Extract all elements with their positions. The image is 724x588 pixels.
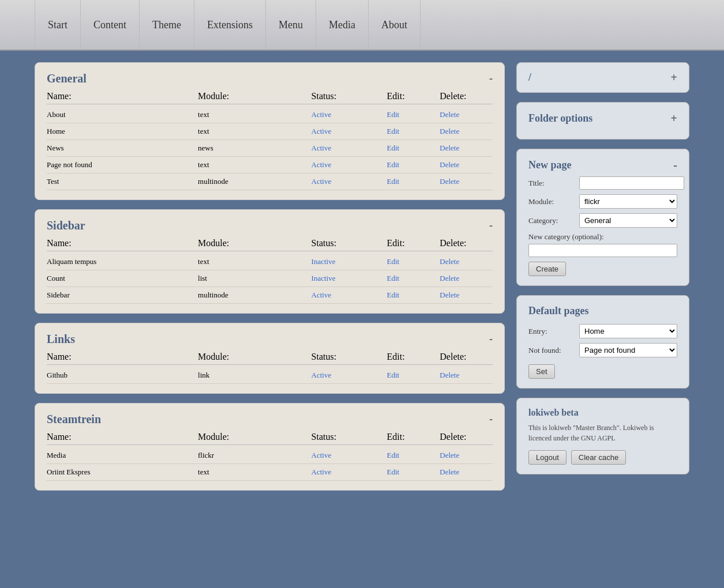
col-module: Module: [198, 238, 312, 248]
col-name: Name: [47, 352, 198, 362]
row-delete-link[interactable]: Delete [440, 160, 493, 169]
col-module: Module: [198, 432, 312, 442]
row-delete-link[interactable]: Delete [440, 257, 493, 266]
nav-media[interactable]: Media [316, 0, 369, 50]
folder-options-toggle[interactable]: + [671, 112, 677, 125]
table-row: Aliquam tempustextInactiveEditDelete [47, 254, 493, 270]
sidebar-toggle[interactable]: - [489, 220, 493, 232]
col-edit: Edit: [387, 432, 440, 442]
right-column: / + Folder options + New page - Title: M… [516, 62, 689, 491]
new-category-input[interactable] [528, 244, 677, 257]
new-page-title: New page [528, 159, 572, 171]
set-button[interactable]: Set [528, 364, 555, 379]
row-edit-link[interactable]: Edit [387, 371, 440, 380]
row-edit-link[interactable]: Edit [387, 144, 440, 153]
not-found-select[interactable]: Page not foundHomeAboutNewsTest [579, 343, 677, 357]
row-edit-link[interactable]: Edit [387, 274, 440, 283]
nav-start[interactable]: Start [35, 0, 81, 50]
category-select[interactable]: General [579, 213, 677, 228]
new-page-panel: New page - Title: Module: flickrtextnews… [516, 149, 689, 286]
col-module: Module: [198, 352, 312, 362]
table-row: AbouttextActiveEditDelete [47, 107, 493, 123]
title-input[interactable] [579, 176, 684, 190]
lokiweb-title: lokiweb beta [528, 408, 677, 418]
links-toggle[interactable]: - [489, 333, 493, 345]
entry-label: Entry: [528, 327, 575, 336]
title-row: Title: [528, 176, 677, 190]
category-row: Category: General [528, 213, 677, 228]
sidebar-title: Sidebar [47, 219, 85, 232]
row-edit-link[interactable]: Edit [387, 127, 440, 136]
row-status: Active [312, 144, 387, 153]
row-delete-link[interactable]: Delete [440, 371, 493, 380]
row-edit-link[interactable]: Edit [387, 177, 440, 186]
col-delete: Delete: [440, 238, 493, 248]
left-column: General - Name: Module: Status: Edit: De… [35, 62, 505, 491]
logout-button[interactable]: Logout [528, 450, 567, 465]
module-row: Module: flickrtextnewslistlinkmultinode [528, 194, 677, 209]
row-name: Media [47, 451, 198, 460]
steamtrein-toggle[interactable]: - [489, 413, 493, 425]
steamtrein-title: Steamtrein [47, 413, 101, 426]
row-edit-link[interactable]: Edit [387, 110, 440, 119]
col-name: Name: [47, 91, 198, 101]
row-edit-link[interactable]: Edit [387, 451, 440, 460]
row-name: Page not found [47, 160, 198, 169]
table-row: CountlistInactiveEditDelete [47, 270, 493, 287]
row-module: text [198, 110, 312, 119]
row-status: Active [312, 371, 387, 380]
path-toggle[interactable]: + [671, 71, 677, 84]
nav-theme[interactable]: Theme [140, 0, 194, 50]
new-page-toggle[interactable]: - [673, 159, 677, 172]
lokiweb-description: This is lokiweb "Master Branch". Lokiweb… [528, 423, 677, 443]
folder-options-title: Folder options [528, 112, 592, 125]
steamtrein-col-headers: Name: Module: Status: Edit: Delete: [47, 432, 493, 445]
row-status: Active [312, 127, 387, 136]
row-delete-link[interactable]: Delete [440, 291, 493, 300]
not-found-row: Not found: Page not foundHomeAboutNewsTe… [528, 343, 677, 357]
entry-row: Entry: HomeAboutNewsPage not foundTest [528, 324, 677, 338]
row-status: Active [312, 451, 387, 460]
row-name: Aliquam tempus [47, 257, 198, 266]
row-edit-link[interactable]: Edit [387, 468, 440, 477]
col-status: Status: [312, 91, 387, 101]
title-label: Title: [528, 179, 575, 188]
row-delete-link[interactable]: Delete [440, 274, 493, 283]
col-module: Module: [198, 91, 312, 101]
row-status: Active [312, 110, 387, 119]
create-button[interactable]: Create [528, 262, 566, 276]
nav-extensions[interactable]: Extensions [194, 0, 266, 50]
row-name: News [47, 144, 198, 153]
clear-cache-button[interactable]: Clear cache [571, 450, 626, 465]
row-module: text [198, 160, 312, 169]
sidebar-col-headers: Name: Module: Status: Edit: Delete: [47, 238, 493, 251]
row-name: Oriint Ekspres [47, 468, 198, 477]
entry-select[interactable]: HomeAboutNewsPage not foundTest [579, 324, 677, 338]
row-module: text [198, 127, 312, 136]
nav-content[interactable]: Content [81, 0, 140, 50]
row-delete-link[interactable]: Delete [440, 177, 493, 186]
nav-about[interactable]: About [369, 0, 421, 50]
row-name: Sidebar [47, 291, 198, 300]
row-delete-link[interactable]: Delete [440, 110, 493, 119]
row-delete-link[interactable]: Delete [440, 127, 493, 136]
col-edit: Edit: [387, 91, 440, 101]
row-edit-link[interactable]: Edit [387, 291, 440, 300]
row-name: Github [47, 371, 198, 380]
nav-menu[interactable]: Menu [266, 0, 316, 50]
module-select[interactable]: flickrtextnewslistlinkmultinode [579, 194, 677, 209]
links-panel: Links - Name: Module: Status: Edit: Dele… [35, 323, 505, 394]
row-name: Test [47, 177, 198, 186]
row-module: link [198, 371, 312, 380]
row-delete-link[interactable]: Delete [440, 468, 493, 477]
row-delete-link[interactable]: Delete [440, 144, 493, 153]
sidebar-panel: Sidebar - Name: Module: Status: Edit: De… [35, 209, 505, 314]
new-category-label: New category (optional): [528, 232, 677, 242]
sidebar-rows: Aliquam tempustextInactiveEditDeleteCoun… [47, 254, 493, 304]
row-edit-link[interactable]: Edit [387, 257, 440, 266]
row-name: Home [47, 127, 198, 136]
row-module: multinode [198, 177, 312, 186]
row-edit-link[interactable]: Edit [387, 160, 440, 169]
row-delete-link[interactable]: Delete [440, 451, 493, 460]
general-toggle[interactable]: - [489, 73, 493, 85]
